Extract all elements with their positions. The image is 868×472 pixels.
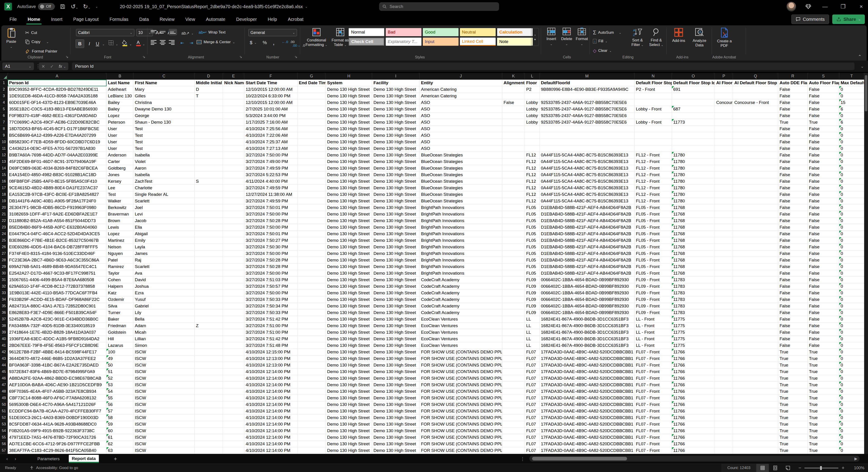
align-bottom-icon[interactable] <box>169 29 177 35</box>
search-input[interactable]: Search <box>379 2 499 11</box>
cell[interactable]: FL07 - Front <box>634 441 672 447</box>
row-number[interactable]: 10 <box>0 139 8 145</box>
cell[interactable] <box>733 172 778 178</box>
borders-button[interactable] <box>108 40 114 46</box>
row-number[interactable]: 7 <box>0 119 8 126</box>
fill-color-menu-icon[interactable]: ⌄ <box>129 42 132 46</box>
cell[interactable] <box>194 402 223 408</box>
cell[interactable]: Lobby - Front <box>634 106 672 113</box>
cell[interactable]: ISCW <box>133 395 194 402</box>
cell[interactable]: 17FADA3D-0AAE-4B9C-4A82-520DCDBBCBB1 <box>539 355 634 362</box>
cell[interactable]: FL09 - Front <box>634 277 672 283</box>
cell[interactable]: 0 <box>839 93 864 99</box>
cell[interactable] <box>502 139 525 145</box>
cell[interactable]: 17FADA3D-0AAE-4B9C-4A82-520DCDBBCBB1 <box>539 414 634 421</box>
cell[interactable]: False <box>808 86 839 93</box>
cell[interactable] <box>223 244 244 250</box>
cell[interactable] <box>502 204 525 211</box>
cell[interactable] <box>223 336 244 342</box>
cell[interactable]: 0 <box>839 408 864 414</box>
cell[interactable]: 11780 <box>672 185 715 191</box>
menu-tab-help[interactable]: Help <box>262 13 282 25</box>
cell[interactable] <box>733 257 778 264</box>
cut-button[interactable]: ✂Cut <box>25 30 37 36</box>
cell[interactable]: BrightPath Innovations <box>420 211 502 217</box>
cell[interactable]: ISCW <box>133 434 194 441</box>
menu-tab-acrobat[interactable]: Acrobat <box>282 13 309 25</box>
cell[interactable]: 4/10/2024 12:14:00 PM <box>244 427 298 434</box>
cell[interactable]: CodeCraft Academy <box>420 290 502 296</box>
cell[interactable]: False <box>778 145 808 152</box>
cell[interactable]: False <box>808 191 839 198</box>
cell[interactable]: FL12 <box>525 152 539 158</box>
cell[interactable]: Demo 130 High Street <box>326 237 372 244</box>
cell[interactable] <box>194 336 223 342</box>
cell[interactable]: False <box>778 290 808 296</box>
cell[interactable]: Demo 130 High Street <box>372 382 420 388</box>
cell[interactable] <box>733 217 778 224</box>
cell[interactable]: 17FADA3D-0AAE-4B9C-4A82-520DCDBBCBB1 <box>539 421 634 427</box>
cell[interactable] <box>223 395 244 402</box>
cell[interactable] <box>733 165 778 172</box>
cell[interactable]: ISCW <box>133 414 194 421</box>
cell[interactable]: EcoClean Ventures <box>420 336 502 342</box>
sheet-tab-parameters[interactable]: Parameters <box>34 455 63 463</box>
cell[interactable]: False <box>808 257 839 264</box>
cell[interactable]: 4/10/2024 12:14:00 PM <box>244 441 298 447</box>
align-right-icon[interactable] <box>169 39 175 46</box>
cell[interactable]: 11766 <box>672 447 715 454</box>
share-button[interactable]: Share⌄ <box>832 14 865 24</box>
cell[interactable] <box>194 388 223 395</box>
cell[interactable]: Demo 130 High Street <box>372 264 420 270</box>
row-number[interactable]: 36 <box>0 309 8 316</box>
cell[interactable] <box>298 99 326 106</box>
cell[interactable]: Demo 130 High Street <box>326 303 372 309</box>
cell[interactable]: 16824E41-867A-4900-B6DB-3D1CC6351BF3 <box>539 329 634 336</box>
cell[interactable]: 0066402C-1BBA-4654-BDAD-0B99BF892930 <box>539 290 634 296</box>
cell[interactable]: True <box>808 427 839 434</box>
cell[interactable]: 11783 <box>672 290 715 296</box>
cell[interactable]: False <box>778 264 808 270</box>
cell[interactable] <box>194 204 223 211</box>
cell[interactable]: Demo 130 High Street <box>372 185 420 191</box>
row-number[interactable]: 34 <box>0 296 8 303</box>
cell[interactable]: Baker <box>106 316 133 323</box>
cell[interactable]: ISCW <box>133 349 194 355</box>
cell[interactable]: Braverman <box>106 211 133 217</box>
cell[interactable] <box>525 126 539 132</box>
cell[interactable] <box>733 237 778 244</box>
cell[interactable]: 3/27/2024 7:50:28 PM <box>244 257 298 264</box>
row-number[interactable]: 41 <box>0 342 8 349</box>
cell[interactable]: FL05 - Front <box>634 237 672 244</box>
cell[interactable]: Demo 130 High Street <box>326 277 372 283</box>
cell[interactable]: FOR SHOW USE (CONTAINS DEMO PPL) <box>420 408 502 414</box>
cell[interactable]: 11766 <box>672 408 715 414</box>
cell[interactable]: Demo 130 High Street <box>326 145 372 152</box>
cell[interactable]: AEF10D0A-BABA-4D6C-AE90-1B21D5CEDFB9 <box>8 382 106 388</box>
cell[interactable] <box>733 447 778 454</box>
cell[interactable]: Friedman <box>106 323 133 329</box>
cell[interactable]: FL07 - Front <box>634 368 672 375</box>
cell[interactable]: 17FADA3D-0AAE-4B9C-4A82-520DCDBBCBB1 <box>539 427 634 434</box>
cell[interactable] <box>502 185 525 191</box>
cell[interactable] <box>223 427 244 434</box>
cell[interactable]: 17FADA3D-0AAE-4B9C-4A82-520DCDBBCBB1 <box>539 368 634 375</box>
cell[interactable]: EcoClean Ventures <box>420 342 502 349</box>
cell[interactable]: FL12 - Front <box>634 172 672 178</box>
cell[interactable] <box>733 349 778 355</box>
cell[interactable]: P2 <box>525 86 539 93</box>
cell[interactable]: FL07 <box>525 375 539 382</box>
cell[interactable]: Joel <box>133 204 194 211</box>
find-select-button[interactable]: Find & Select ⌄ <box>648 28 664 47</box>
cell[interactable] <box>502 178 525 185</box>
style-chip-normal[interactable]: Normal <box>349 28 384 36</box>
cell[interactable]: False <box>808 329 839 336</box>
column-header-Q[interactable]: Q <box>733 73 778 80</box>
cell[interactable]: Demo 130 High Street <box>372 283 420 290</box>
cell[interactable]: ASO <box>420 145 502 152</box>
cell[interactable] <box>194 303 223 309</box>
cell[interactable]: Demo 130 High Street <box>372 106 420 113</box>
cell[interactable]: FL07 <box>525 362 539 368</box>
cell[interactable]: 3/27/2024 7:50:00 PM <box>244 152 298 158</box>
fill-button[interactable]: ↓Fill⌄ <box>593 39 608 43</box>
